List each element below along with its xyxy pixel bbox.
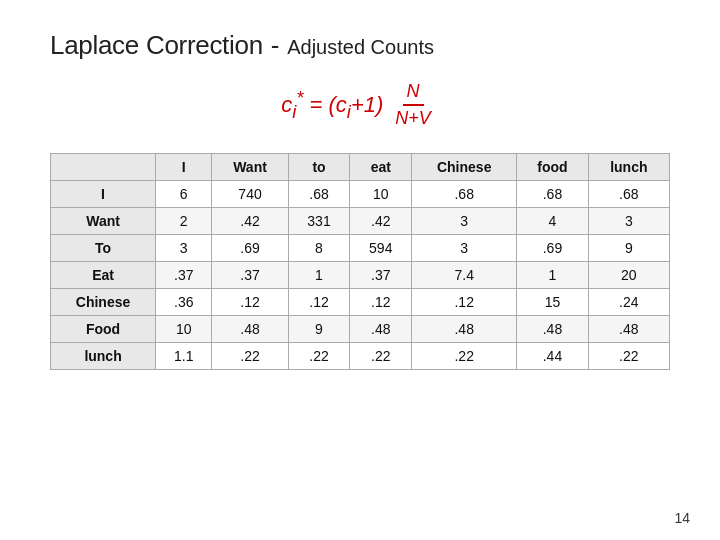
table-cell: .68 [588,181,669,208]
row-header: Want [51,208,156,235]
table-cell: .22 [588,343,669,370]
table-cell: .37 [212,262,288,289]
table-cell: 10 [156,316,212,343]
table-cell: .69 [212,235,288,262]
table-cell: .42 [212,208,288,235]
table-cell: .22 [212,343,288,370]
laplace-table: I Want to eat Chinese food lunch I6740.6… [50,153,670,370]
formula-area: ci* = (ci+1) N N+V [50,79,670,131]
table-cell: .12 [350,289,412,316]
table-cell: .42 [350,208,412,235]
table-cell: .48 [517,316,588,343]
table-header-row: I Want to eat Chinese food lunch [51,154,670,181]
table-cell: .22 [350,343,412,370]
col-header-eat: eat [350,154,412,181]
table-cell: .48 [212,316,288,343]
row-header: To [51,235,156,262]
table-cell: .12 [288,289,350,316]
formula: ci* = (ci+1) N N+V [281,81,439,129]
table-cell: .68 [517,181,588,208]
table-cell: 1 [288,262,350,289]
table-cell: 3 [412,235,517,262]
row-header: Food [51,316,156,343]
table-cell: 9 [588,235,669,262]
table-cell: .44 [517,343,588,370]
row-header: Eat [51,262,156,289]
title-main: Laplace Correction [50,30,263,61]
col-header-to: to [288,154,350,181]
table-cell: 740 [212,181,288,208]
page: Laplace Correction - Adjusted Counts ci*… [0,0,720,540]
col-header-Chinese: Chinese [412,154,517,181]
table-cell: .37 [156,262,212,289]
table-cell: .69 [517,235,588,262]
row-header: lunch [51,343,156,370]
table-cell: 9 [288,316,350,343]
table-cell: 1.1 [156,343,212,370]
formula-fraction: N N+V [391,81,435,129]
table-cell: 15 [517,289,588,316]
table-row: I6740.6810.68.68.68 [51,181,670,208]
table-cell: 7.4 [412,262,517,289]
row-header: I [51,181,156,208]
table-cell: 20 [588,262,669,289]
table-cell: 594 [350,235,412,262]
table-row: lunch1.1.22.22.22.22.44.22 [51,343,670,370]
table-cell: .12 [412,289,517,316]
table-row: Food10.489.48.48.48.48 [51,316,670,343]
title-separator: - [271,30,279,61]
formula-numerator: N [403,81,424,106]
title-area: Laplace Correction - Adjusted Counts [50,30,670,61]
table-cell: .22 [288,343,350,370]
formula-denominator: N+V [391,106,435,129]
table-cell: 331 [288,208,350,235]
col-header-lunch: lunch [588,154,669,181]
table-cell: .48 [412,316,517,343]
col-header-Want: Want [212,154,288,181]
table-cell: .48 [350,316,412,343]
table-cell: .12 [212,289,288,316]
table-cell: 4 [517,208,588,235]
col-header-empty [51,154,156,181]
table-cell: 1 [517,262,588,289]
table-row: Want2.42331.42343 [51,208,670,235]
table-cell: .68 [288,181,350,208]
col-header-food: food [517,154,588,181]
table-cell: 3 [412,208,517,235]
row-header: Chinese [51,289,156,316]
table-row: Chinese.36.12.12.12.1215.24 [51,289,670,316]
page-number: 14 [674,510,690,526]
col-header-I: I [156,154,212,181]
table-cell: .22 [412,343,517,370]
table-row: Eat.37.371.377.4120 [51,262,670,289]
table-cell: 6 [156,181,212,208]
table-cell: 2 [156,208,212,235]
table-cell: 3 [156,235,212,262]
title-sub: Adjusted Counts [287,36,434,59]
table-cell: .37 [350,262,412,289]
table-cell: .36 [156,289,212,316]
table-cell: 3 [588,208,669,235]
table-cell: .24 [588,289,669,316]
table-row: To3.6985943.699 [51,235,670,262]
table-cell: 10 [350,181,412,208]
formula-lhs: ci* = (ci+1) [281,87,383,123]
table-cell: 8 [288,235,350,262]
table-cell: .68 [412,181,517,208]
table-cell: .48 [588,316,669,343]
